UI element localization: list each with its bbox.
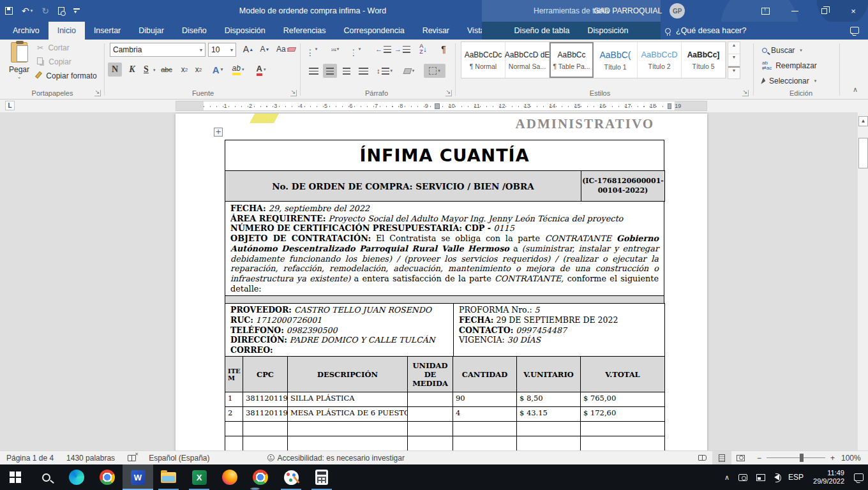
- col-header-vtotal[interactable]: V.TOTAL: [581, 357, 665, 392]
- scrollbar-thumb[interactable]: [858, 138, 868, 168]
- word-count[interactable]: 1430 palabras: [60, 451, 121, 465]
- tab-disposicion-tabla[interactable]: Disposición: [578, 22, 637, 40]
- paragraph-dialog-launcher[interactable]: ↘: [445, 90, 452, 96]
- undo-button[interactable]: ↶▾: [22, 3, 33, 19]
- style-titulo-5[interactable]: AaBbCc] Título 5: [682, 42, 726, 78]
- vtotal-cell[interactable]: $ 765,00: [581, 392, 665, 407]
- vertical-scrollbar[interactable]: ▲: [857, 112, 868, 450]
- cantidad-cell[interactable]: [453, 422, 517, 436]
- tray-expand-button[interactable]: ∧: [720, 464, 734, 490]
- text-highlight-button[interactable]: ab▾: [231, 63, 245, 77]
- style-normal-sa[interactable]: AaBbCcD dE Normal Sa...: [505, 42, 550, 78]
- unidad-cell[interactable]: [408, 392, 453, 407]
- action-center-button[interactable]: [849, 464, 868, 490]
- vendor-left-cell[interactable]: PROVEEDOR: CASTRO TELLO JUAN ROSENDO RUC…: [225, 304, 454, 357]
- tray-network-button[interactable]: [752, 464, 770, 490]
- vunitario-cell[interactable]: [517, 422, 581, 436]
- select-button[interactable]: Seleccionar ▾: [762, 74, 816, 88]
- feedback-icon[interactable]: [850, 27, 859, 34]
- superscript-button[interactable]: x2: [191, 63, 206, 77]
- tab-disposicion[interactable]: Disposición: [216, 22, 274, 40]
- taskbar-paint[interactable]: [276, 464, 306, 490]
- style-titulo-2[interactable]: AaBbCcD Título 2: [638, 42, 682, 78]
- taskbar-word[interactable]: W: [123, 464, 153, 490]
- col-header-cpc[interactable]: CPC: [243, 357, 288, 392]
- decrease-indent-button[interactable]: ←: [375, 42, 391, 56]
- shading-button[interactable]: ▾: [402, 64, 416, 78]
- tab-inicio[interactable]: Inicio: [49, 22, 85, 40]
- restore-button[interactable]: [809, 0, 839, 22]
- unidad-cell[interactable]: [408, 407, 453, 422]
- save-button[interactable]: [5, 3, 13, 19]
- taskbar-excel[interactable]: X: [184, 464, 214, 490]
- taskbar-firefox[interactable]: [214, 464, 245, 490]
- clear-formatting-button[interactable]: [285, 42, 299, 56]
- page-indicator[interactable]: Página 1 de 4: [0, 451, 60, 465]
- styles-scroll-up-button[interactable]: ▴: [728, 42, 740, 54]
- print-preview-button[interactable]: [58, 3, 64, 19]
- descripcion-cell[interactable]: MESA PLÁSTICA DE 6 PUESTOS: [288, 407, 408, 422]
- paste-button[interactable]: Pegar ⌄: [6, 42, 32, 80]
- taskbar-chrome[interactable]: [92, 464, 123, 490]
- col-header-unidad[interactable]: UNIDAD DE MEDIDA: [408, 357, 453, 392]
- descripcion-cell[interactable]: [288, 422, 408, 436]
- table-move-handle[interactable]: +: [214, 128, 223, 137]
- sort-button[interactable]: AZ↓: [416, 42, 430, 56]
- unidad-cell[interactable]: [408, 422, 453, 436]
- col-header-descripcion[interactable]: DESCRIPCIÓN: [288, 357, 408, 392]
- vtotal-cell[interactable]: $ 172,60: [581, 407, 665, 422]
- find-button[interactable]: Buscar ▾: [762, 43, 802, 57]
- redo-button[interactable]: ↻: [41, 3, 49, 19]
- tray-volume-button[interactable]: [770, 464, 784, 490]
- taskbar-edge[interactable]: [61, 464, 92, 490]
- cantidad-cell[interactable]: 90: [453, 392, 517, 407]
- tray-cast-button[interactable]: [734, 464, 752, 490]
- account-area[interactable]: GAD PARROQUIAL GP: [594, 0, 685, 22]
- style-titulo-1[interactable]: AaBbC( Título 1: [594, 42, 638, 78]
- tab-referencias[interactable]: Referencias: [274, 22, 335, 40]
- styles-more-button[interactable]: ▾: [728, 66, 740, 78]
- cut-button[interactable]: ✂ Cortar: [37, 43, 70, 52]
- tab-archivo[interactable]: Archivo: [4, 22, 49, 40]
- cantidad-cell[interactable]: [453, 436, 517, 450]
- taskbar-chrome-profile[interactable]: [245, 464, 276, 490]
- vunitario-cell[interactable]: [517, 436, 581, 450]
- vunitario-cell[interactable]: $ 8,50: [517, 392, 581, 407]
- show-marks-button[interactable]: ¶: [437, 42, 451, 56]
- cpc-cell[interactable]: [243, 436, 288, 450]
- italic-button[interactable]: K: [125, 63, 139, 77]
- item-cell[interactable]: [225, 436, 243, 450]
- ruler-right-indent-marker[interactable]: [668, 103, 671, 109]
- taskbar-file-explorer[interactable]: [153, 464, 184, 490]
- col-header-cantidad[interactable]: CANTIDAD: [453, 357, 517, 392]
- item-cell[interactable]: [225, 422, 243, 436]
- zoom-slider[interactable]: [767, 457, 825, 458]
- grow-font-button[interactable]: A▲: [241, 42, 255, 56]
- document-page[interactable]: ADMINISTRATIVO + ÍNFIMA CUANTÍA No. DE O…: [176, 114, 707, 450]
- font-color-button[interactable]: A▾: [254, 63, 268, 77]
- strikethrough-button[interactable]: abc: [160, 63, 174, 77]
- bullets-button[interactable]: ▾: [306, 42, 320, 56]
- item-cell[interactable]: 2: [225, 407, 243, 422]
- tab-correspondencia[interactable]: Correspondencia: [334, 22, 413, 40]
- subscript-button[interactable]: x2: [177, 63, 191, 77]
- zoom-slider-thumb[interactable]: [800, 454, 804, 462]
- taskbar-calculator[interactable]: [306, 464, 337, 490]
- shrink-font-button[interactable]: A▼: [258, 42, 272, 56]
- col-header-item[interactable]: ITEM: [225, 357, 243, 392]
- horizontal-ruler[interactable]: 12345678910111213141516171819: [176, 101, 707, 111]
- multilevel-list-button[interactable]: ▾: [350, 42, 364, 56]
- close-button[interactable]: ×: [839, 0, 868, 22]
- info-cell[interactable]: FECHA: 29, septiembre del 2022 ÁREA REQU…: [225, 202, 664, 296]
- vunitario-cell[interactable]: $ 43.15: [517, 407, 581, 422]
- style-table-paragraph[interactable]: AaBbCc ¶ Table Pa...: [550, 42, 594, 78]
- web-layout-button[interactable]: [731, 451, 751, 465]
- vtotal-cell[interactable]: [581, 436, 665, 450]
- start-button[interactable]: [0, 464, 31, 490]
- language-indicator[interactable]: Español (España): [142, 451, 216, 465]
- proofing-status[interactable]: [121, 451, 142, 465]
- ribbon-display-options-button[interactable]: [751, 0, 780, 22]
- avatar[interactable]: GP: [670, 3, 685, 19]
- tab-selector[interactable]: L: [5, 101, 15, 110]
- tab-insertar[interactable]: Insertar: [85, 22, 130, 40]
